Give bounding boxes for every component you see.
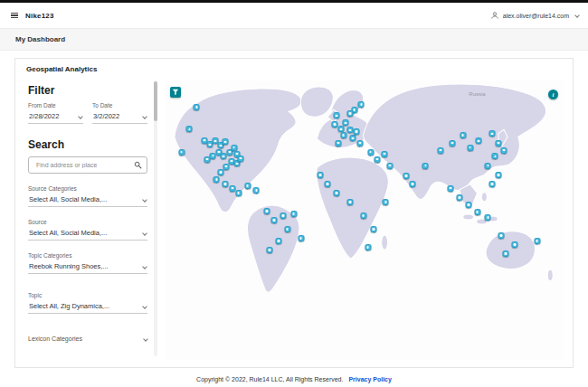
map-marker[interactable] bbox=[340, 132, 346, 138]
map-marker[interactable] bbox=[496, 172, 502, 178]
map-marker[interactable] bbox=[210, 153, 216, 159]
map-marker[interactable] bbox=[223, 138, 229, 145]
lexicon-categories-label: Lexicon Categories bbox=[28, 335, 82, 342]
map-marker[interactable] bbox=[334, 112, 340, 118]
map-marker[interactable] bbox=[275, 238, 281, 244]
map-marker[interactable] bbox=[501, 147, 507, 154]
map-marker[interactable] bbox=[465, 202, 471, 208]
map-marker[interactable] bbox=[489, 181, 496, 187]
copyright-text: Copyright © 2022, Rule14 LLC, All Rights… bbox=[196, 376, 343, 382]
map-marker[interactable] bbox=[342, 119, 348, 126]
search-button[interactable] bbox=[133, 160, 143, 170]
map-marker[interactable] bbox=[387, 163, 394, 169]
map-marker[interactable] bbox=[194, 104, 200, 110]
chevron-down-icon bbox=[78, 114, 83, 119]
map-marker[interactable] bbox=[334, 190, 340, 196]
map-marker[interactable] bbox=[371, 226, 377, 232]
map-marker[interactable] bbox=[346, 199, 353, 205]
map-marker[interactable] bbox=[485, 163, 491, 169]
breadcrumb: My Dashboard bbox=[0, 29, 588, 51]
menu-icon[interactable] bbox=[9, 11, 20, 21]
search-input[interactable] bbox=[34, 161, 133, 169]
map-marker[interactable] bbox=[438, 147, 444, 154]
page-title: My Dashboard bbox=[15, 35, 65, 43]
map-marker[interactable] bbox=[280, 212, 286, 219]
map-marker[interactable] bbox=[332, 121, 338, 127]
map-marker[interactable] bbox=[409, 181, 415, 187]
map-marker[interactable] bbox=[474, 209, 480, 215]
map-marker[interactable] bbox=[358, 101, 365, 108]
map-marker[interactable] bbox=[271, 217, 278, 223]
map-info-button[interactable]: i bbox=[548, 90, 558, 99]
map-marker[interactable] bbox=[218, 169, 224, 175]
map-marker[interactable] bbox=[498, 232, 504, 239]
map-marker[interactable] bbox=[223, 164, 229, 170]
chevron-down-icon bbox=[142, 304, 147, 309]
map-marker[interactable] bbox=[298, 235, 304, 241]
map-marker[interactable] bbox=[290, 211, 297, 217]
map-marker[interactable] bbox=[383, 199, 389, 205]
field-select[interactable]: Select All, Social Media,... bbox=[28, 194, 147, 207]
field-select[interactable]: Reebok Running Shoes,... bbox=[28, 260, 147, 274]
map-marker[interactable] bbox=[489, 130, 496, 137]
map-marker[interactable] bbox=[231, 145, 237, 151]
to-date-select[interactable]: 3/2/2022 bbox=[92, 110, 147, 124]
map-marker[interactable] bbox=[335, 140, 341, 146]
map-marker[interactable] bbox=[485, 214, 491, 221]
map-marker[interactable] bbox=[235, 190, 242, 196]
map-marker[interactable] bbox=[449, 140, 455, 146]
map-marker[interactable] bbox=[382, 151, 388, 157]
map-marker[interactable] bbox=[467, 145, 473, 151]
map-marker[interactable] bbox=[237, 156, 243, 162]
privacy-policy-link[interactable]: Privacy Policy bbox=[348, 376, 391, 382]
map-marker[interactable] bbox=[422, 163, 429, 169]
map-marker[interactable] bbox=[223, 181, 229, 187]
map-marker[interactable] bbox=[492, 153, 498, 159]
map-marker[interactable] bbox=[511, 241, 517, 248]
map-marker[interactable] bbox=[244, 183, 251, 189]
filter-scrollbar[interactable] bbox=[154, 80, 157, 356]
map-marker[interactable] bbox=[534, 238, 540, 244]
map-marker[interactable] bbox=[325, 181, 331, 187]
map-marker[interactable] bbox=[213, 176, 220, 183]
marker-layer: Russia bbox=[166, 80, 564, 360]
map-marker[interactable] bbox=[186, 126, 193, 132]
map-marker[interactable] bbox=[367, 149, 374, 156]
map-container[interactable]: Russia i bbox=[166, 80, 564, 360]
map-marker[interactable] bbox=[375, 156, 381, 163]
map-marker[interactable] bbox=[448, 185, 454, 192]
map-marker[interactable] bbox=[353, 128, 359, 135]
filter-field-topic-categories: Topic CategoriesReebok Running Shoes,... bbox=[28, 252, 147, 274]
to-date-value: 3/2/2022 bbox=[93, 112, 140, 120]
map-marker[interactable] bbox=[253, 187, 260, 194]
map-marker[interactable] bbox=[356, 140, 363, 146]
map-marker[interactable] bbox=[264, 208, 270, 214]
map-marker[interactable] bbox=[318, 172, 324, 178]
field-label: Source Categories bbox=[28, 185, 147, 192]
map-country-label: Russia bbox=[469, 91, 485, 97]
map-marker[interactable] bbox=[284, 226, 290, 232]
map-marker[interactable] bbox=[267, 247, 273, 253]
map-marker[interactable] bbox=[476, 137, 482, 144]
from-date-label: From Date bbox=[28, 102, 83, 109]
map-marker[interactable] bbox=[346, 110, 353, 117]
map-marker[interactable] bbox=[496, 140, 502, 146]
map-marker[interactable] bbox=[503, 250, 509, 257]
map-marker[interactable] bbox=[365, 244, 371, 250]
field-select[interactable]: Select All, Social Media,... bbox=[28, 227, 147, 241]
map-marker[interactable] bbox=[178, 149, 185, 156]
map-marker[interactable] bbox=[204, 156, 211, 163]
filter-field-source: SourceSelect All, Social Media,... bbox=[28, 219, 147, 241]
map-filter-button[interactable] bbox=[170, 87, 181, 98]
user-menu[interactable]: alex.oliver@rule14.com bbox=[490, 11, 579, 20]
map-marker[interactable] bbox=[220, 153, 226, 159]
from-date-select[interactable]: 2/28/2022 bbox=[28, 110, 83, 124]
map-marker[interactable] bbox=[360, 212, 366, 219]
map-marker[interactable] bbox=[403, 173, 409, 179]
map-marker[interactable] bbox=[456, 194, 462, 201]
field-select[interactable]: Select All, Zig Dynamica,... bbox=[28, 300, 147, 314]
map-marker[interactable] bbox=[346, 127, 353, 133]
map-marker[interactable] bbox=[460, 132, 466, 138]
select-value: Reebok Running Shoes,... bbox=[29, 262, 140, 270]
lexicon-categories-expander[interactable]: Lexicon Categories bbox=[28, 335, 147, 342]
